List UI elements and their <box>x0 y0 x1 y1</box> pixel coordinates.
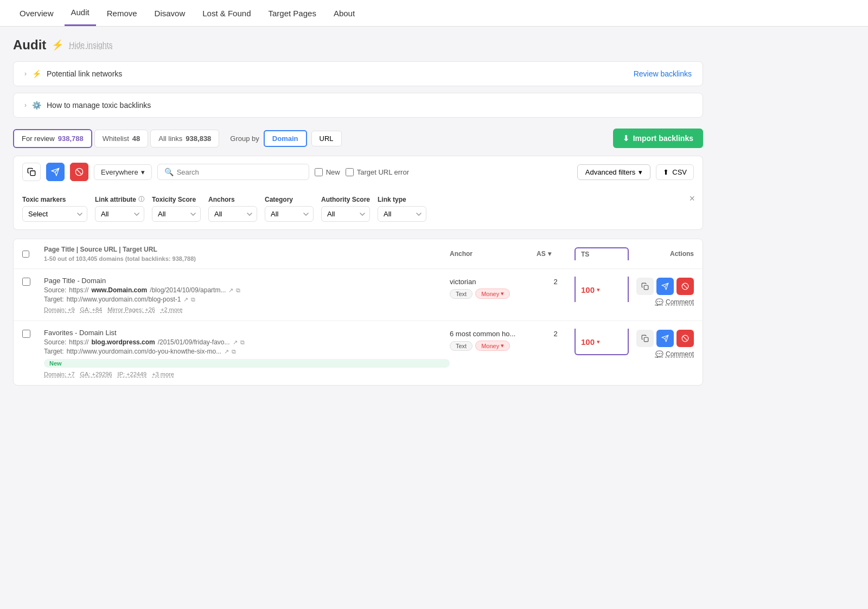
nav-lost-found[interactable]: Lost & Found <box>196 1 257 25</box>
review-backlinks-link[interactable]: Review backlinks <box>634 69 692 78</box>
row-2-checkbox[interactable] <box>22 330 30 338</box>
row-1-title: Page Title - Domain <box>44 277 450 285</box>
link-attribute-filter: Link attribute ⓘ All <box>95 195 144 222</box>
toxic-markers-select[interactable]: Select <box>22 206 87 222</box>
page-title: Audit <box>13 37 46 53</box>
toxicity-score-filter: Toxicity Score All <box>152 196 201 222</box>
action-block-btn-2[interactable] <box>676 330 694 347</box>
tabs-row: For review 938,788 Whitelist 48 All link… <box>13 129 703 148</box>
external-link-icon-2[interactable]: ↗ <box>233 339 238 346</box>
target-url-error-checkbox-label[interactable]: Target URL error <box>346 168 409 176</box>
group-by-domain-btn[interactable]: Domain <box>264 130 307 147</box>
action-btns-1 <box>636 278 694 295</box>
copy-icon-target-2[interactable]: ⧉ <box>232 348 236 355</box>
group-by-url-btn[interactable]: URL <box>311 131 342 146</box>
insight-card-manage: › ⚙️ How to manage toxic backlinks <box>13 93 703 118</box>
row-1-ts-val: 100 ▾ <box>581 284 622 294</box>
link-type-select[interactable]: All <box>378 206 426 222</box>
tab-whitelist[interactable]: Whitelist 48 <box>94 130 149 148</box>
comment-icon-2: 💬 <box>655 350 663 358</box>
anchor-tags-2: Text Money ▾ <box>450 341 537 351</box>
chevron-right-icon-2[interactable]: › <box>24 101 27 109</box>
insight-text-2: How to manage toxic backlinks <box>47 101 151 110</box>
external-link-icon-target-1[interactable]: ↗ <box>183 296 188 303</box>
row-checkbox-1 <box>22 277 44 286</box>
search-container: 🔍 <box>157 164 309 180</box>
tab-all-links[interactable]: All links 938,838 <box>150 130 219 148</box>
th-title: Page Title | Source URL | Target URL 1-5… <box>44 246 450 262</box>
meta-more-2[interactable]: +3 more <box>152 371 174 377</box>
copy-icon-2[interactable]: ⧉ <box>240 339 245 346</box>
filter-copy-icon-btn[interactable] <box>22 163 41 181</box>
external-link-icon-target-2[interactable]: ↗ <box>224 348 229 355</box>
search-input[interactable] <box>177 168 302 176</box>
ts-chevron-1[interactable]: ▾ <box>597 286 600 293</box>
tab-all-links-label: All links <box>158 134 182 143</box>
anchor-tag-money-1[interactable]: Money ▾ <box>475 289 510 299</box>
row-2-source: Source: https://blog.wordpress.com/2015/… <box>44 338 450 346</box>
category-filter: Category All <box>265 196 314 222</box>
hide-insights-link[interactable]: Hide insights <box>69 41 112 49</box>
copy-icon-1[interactable]: ⧉ <box>236 287 240 294</box>
new-checkbox-label[interactable]: New <box>315 168 340 176</box>
action-copy-btn-2[interactable] <box>636 330 654 347</box>
row-1-checkbox[interactable] <box>22 278 30 286</box>
comment-btn-2[interactable]: 💬 Comment <box>655 350 694 358</box>
advanced-filters-panel: × Toxic markers Select Link attribute ⓘ … <box>13 188 703 230</box>
location-dropdown[interactable]: Everywhere ▾ <box>94 164 152 180</box>
new-label: New <box>326 168 340 176</box>
nav-audit[interactable]: Audit <box>65 0 96 26</box>
filter-send-icon-btn[interactable] <box>46 163 65 181</box>
tab-for-review[interactable]: For review 938,788 <box>13 129 92 148</box>
meta-ga-2[interactable]: GA: +29296 <box>80 371 112 377</box>
target-url-error-label: Target URL error <box>357 168 409 176</box>
action-copy-btn-1[interactable] <box>636 278 654 295</box>
import-btn-label: Import backlinks <box>633 134 693 143</box>
select-all-checkbox[interactable] <box>22 251 29 258</box>
ts-chevron-2[interactable]: ▾ <box>597 338 600 345</box>
table-row: Page Title - Domain Source: https://www.… <box>14 269 703 321</box>
meta-ga-1[interactable]: GA: +84 <box>80 306 103 313</box>
row-1-ts: 100 ▾ <box>575 277 629 302</box>
nav-about[interactable]: About <box>327 1 361 25</box>
comment-btn-1[interactable]: 💬 Comment <box>655 298 694 306</box>
import-backlinks-button[interactable]: ⬇ Import backlinks <box>613 129 703 148</box>
link-attribute-select[interactable]: All <box>95 206 144 222</box>
anchor-tag-money-2[interactable]: Money ▾ <box>475 341 510 351</box>
csv-export-button[interactable]: ⬆ CSV <box>656 164 694 180</box>
anchor-tag-text-1: Text <box>450 289 473 299</box>
row-2-anchor: 6 most common ho... Text Money ▾ <box>450 329 537 351</box>
toxicity-score-select[interactable]: All <box>152 206 201 222</box>
target-url-error-checkbox[interactable] <box>346 168 354 176</box>
external-link-icon-1[interactable]: ↗ <box>228 287 233 294</box>
chevron-down-icon-2: ▾ <box>639 168 642 176</box>
source-bold-1: www.Domain.com <box>91 286 147 294</box>
meta-domain-1[interactable]: Domain: +9 <box>44 306 75 313</box>
action-block-btn-1[interactable] <box>676 278 694 295</box>
table-header: Page Title | Source URL | Target URL 1-5… <box>14 239 703 269</box>
anchors-select[interactable]: All <box>208 206 257 222</box>
meta-domain-2[interactable]: Domain: +7 <box>44 371 75 377</box>
action-send-btn-1[interactable] <box>656 278 674 295</box>
close-filters-button[interactable]: × <box>689 193 695 204</box>
meta-mirror-1[interactable]: Mirror Pages: +26 <box>107 306 155 313</box>
meta-more-1[interactable]: +2 more <box>161 306 183 313</box>
category-select[interactable]: All <box>265 206 314 222</box>
nav-overview[interactable]: Overview <box>13 1 60 25</box>
info-icon[interactable]: ⓘ <box>138 195 144 203</box>
main-content: Audit ⚡ Hide insights › ⚡ Potential link… <box>0 27 716 396</box>
nav-remove[interactable]: Remove <box>100 1 144 25</box>
row-checkbox-2 <box>22 329 44 338</box>
nav-disavow[interactable]: Disavow <box>148 1 192 25</box>
filter-block-icon-btn[interactable] <box>70 163 88 181</box>
meta-ip-2[interactable]: IP: +22449 <box>118 371 147 377</box>
action-send-btn-2[interactable] <box>656 330 674 347</box>
nav-target-pages[interactable]: Target Pages <box>262 1 323 25</box>
new-checkbox[interactable] <box>315 168 323 176</box>
advanced-filters-button[interactable]: Advanced filters ▾ <box>577 164 651 180</box>
copy-icon-target-1[interactable]: ⧉ <box>191 296 195 303</box>
authority-score-select[interactable]: All <box>321 206 370 222</box>
th-as[interactable]: AS ▾ <box>537 250 575 258</box>
row-2-ts-val: 100 ▾ <box>581 336 622 347</box>
chevron-right-icon[interactable]: › <box>24 70 27 78</box>
